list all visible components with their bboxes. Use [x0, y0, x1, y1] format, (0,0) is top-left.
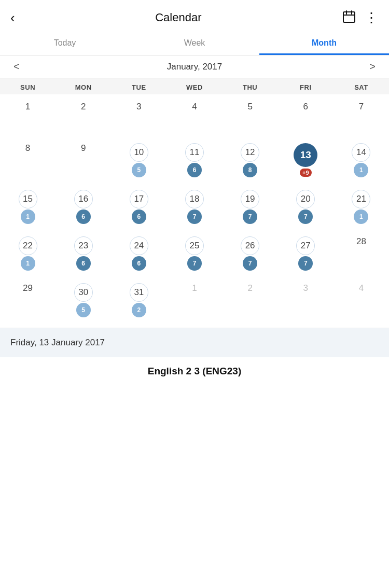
- tab-week[interactable]: Week: [130, 31, 259, 55]
- calendar-day[interactable]: 166: [55, 183, 111, 229]
- calendar-day[interactable]: 128: [223, 136, 278, 183]
- header: ‹ Calendar ⋮: [0, 0, 389, 31]
- prev-month-button[interactable]: <: [8, 59, 25, 75]
- selected-date-label: Friday, 13 January 2017: [10, 338, 105, 347]
- calendar-day[interactable]: 246: [111, 229, 166, 276]
- event-count-bubble: 1: [354, 163, 368, 177]
- calendar-day[interactable]: 1: [166, 276, 222, 323]
- event-count-bubble: 6: [132, 209, 146, 224]
- event-count-bubble: 6: [187, 163, 202, 177]
- calendar-day[interactable]: 277: [278, 229, 334, 276]
- event-count-bubble: 6: [76, 256, 91, 271]
- calendar-day[interactable]: 257: [166, 229, 222, 276]
- calendar-day[interactable]: 6: [278, 94, 334, 136]
- calendar-day[interactable]: 4: [166, 94, 222, 136]
- calendar-day[interactable]: 105: [111, 136, 166, 183]
- calendar-day[interactable]: 305: [55, 276, 111, 323]
- selected-date-bar: Friday, 13 January 2017: [0, 328, 389, 357]
- calendar-day[interactable]: 151: [0, 183, 55, 229]
- tab-today[interactable]: Today: [0, 31, 130, 55]
- month-navigation: < January, 2017 >: [0, 55, 389, 78]
- day-header-sun: SUN: [0, 83, 55, 91]
- calendar-day[interactable]: 1: [0, 94, 55, 136]
- calendar-day[interactable]: 3: [278, 276, 334, 323]
- more-options-icon[interactable]: ⋮: [365, 11, 379, 24]
- event-count-bubble: 6: [76, 209, 91, 224]
- event-count-bubble: 7: [298, 256, 313, 271]
- event-count-bubble: 1: [21, 209, 35, 224]
- calendar-day[interactable]: 197: [223, 183, 278, 229]
- overflow-badge: +9: [300, 169, 312, 177]
- calendar-day[interactable]: 13+9: [278, 136, 334, 183]
- calendar-day[interactable]: 176: [111, 183, 166, 229]
- calendar-day[interactable]: 312: [111, 276, 166, 323]
- tab-month[interactable]: Month: [259, 31, 389, 55]
- calendar-day[interactable]: 4: [334, 276, 389, 323]
- event-count-bubble: 7: [187, 256, 202, 271]
- calendar-grid: 12345678910511612813+9141151166176187197…: [0, 94, 389, 328]
- day-headers-row: SUN MON TUE WED THU FRI SAT: [0, 78, 389, 94]
- event-count-bubble: 8: [243, 163, 257, 177]
- event-count-bubble: 7: [243, 256, 257, 271]
- day-header-mon: MON: [55, 83, 111, 91]
- calendar-day[interactable]: 7: [334, 94, 389, 136]
- calendar-day[interactable]: 187: [166, 183, 222, 229]
- calendar-day[interactable]: 29: [0, 276, 55, 323]
- day-header-wed: WED: [166, 83, 222, 91]
- tab-bar: Today Week Month: [0, 31, 389, 55]
- event-count-bubble: 5: [76, 303, 91, 317]
- next-month-button[interactable]: >: [364, 59, 381, 75]
- month-title: January, 2017: [167, 62, 222, 72]
- calendar-day[interactable]: 236: [55, 229, 111, 276]
- calendar-day[interactable]: 207: [278, 183, 334, 229]
- page-title: Calendar: [155, 11, 201, 24]
- event-count-bubble: 7: [243, 209, 257, 224]
- calendar-day[interactable]: 5: [223, 94, 278, 136]
- calendar-day[interactable]: 221: [0, 229, 55, 276]
- day-header-thu: THU: [223, 83, 278, 91]
- day-header-sat: SAT: [334, 83, 389, 91]
- calendar-day[interactable]: 267: [223, 229, 278, 276]
- calendar-day[interactable]: 2: [223, 276, 278, 323]
- svg-rect-0: [343, 12, 355, 22]
- event-count-bubble: 5: [132, 163, 146, 177]
- back-button[interactable]: ‹: [10, 10, 15, 26]
- day-header-tue: TUE: [111, 83, 166, 91]
- calendar-day[interactable]: 211: [334, 183, 389, 229]
- calendar-day[interactable]: 28: [334, 229, 389, 276]
- calendar-day[interactable]: 8: [0, 136, 55, 183]
- event-count-bubble: 7: [187, 209, 202, 224]
- event-count-bubble: 7: [298, 209, 313, 224]
- event-count-bubble: 1: [354, 209, 368, 224]
- bottom-label: English 2 3 (ENG23): [0, 357, 389, 385]
- calendar-day[interactable]: 141: [334, 136, 389, 183]
- calendar-day[interactable]: 116: [166, 136, 222, 183]
- event-count-bubble: 2: [132, 303, 146, 317]
- calendar-day[interactable]: 9: [55, 136, 111, 183]
- day-header-fri: FRI: [278, 83, 334, 91]
- calendar-icon-button[interactable]: [342, 9, 356, 26]
- event-count-bubble: 6: [132, 256, 146, 271]
- event-count-bubble: 1: [21, 256, 35, 271]
- calendar-day[interactable]: 2: [55, 94, 111, 136]
- header-actions: ⋮: [342, 9, 379, 26]
- calendar-day[interactable]: 3: [111, 94, 166, 136]
